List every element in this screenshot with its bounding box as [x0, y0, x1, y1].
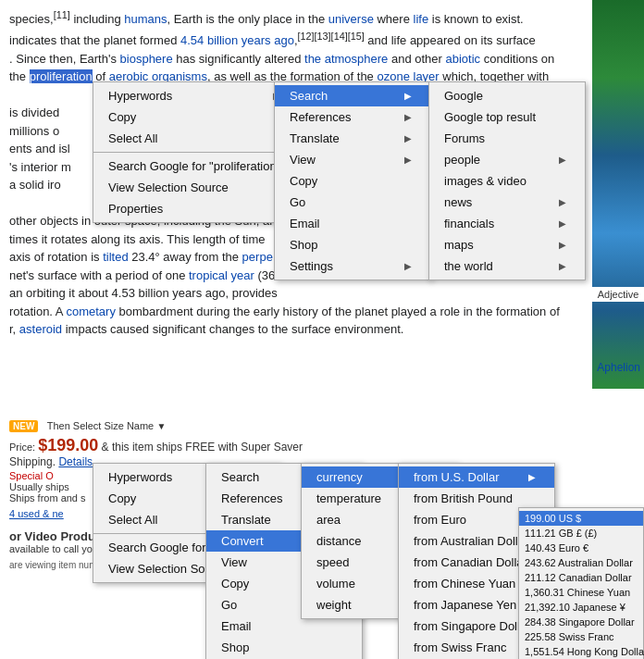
menu2-search[interactable]: Search ▶	[275, 85, 430, 106]
menub4-gbp[interactable]: from British Pound	[399, 488, 554, 509]
arrow-icon: ▶	[559, 218, 566, 229]
currency-result-row: 111.21 GB £ (£)	[519, 526, 643, 541]
context-menu-3: Google Google top result Forums people ▶…	[428, 81, 586, 280]
menub2-shop[interactable]: Shop	[206, 637, 362, 658]
currency-result-row: 1,360.31 Chinese Yuan	[519, 585, 643, 600]
arrow-icon: ▶	[404, 261, 412, 271]
menu2-references[interactable]: References ▶	[275, 106, 430, 128]
menu1-view-source[interactable]: View Selection Source	[93, 177, 299, 198]
adjective-label: Adjective	[592, 287, 644, 302]
menu1-select-all[interactable]: Select All	[93, 128, 299, 149]
menu3-images-video[interactable]: images & video	[429, 170, 585, 192]
menu2-go[interactable]: Go	[275, 192, 430, 213]
currency-result-row: 140.43 Euro €	[519, 541, 643, 555]
separator-1	[93, 152, 299, 153]
menu2-copy[interactable]: Copy	[275, 170, 430, 192]
menu2-shop[interactable]: Shop	[275, 234, 430, 255]
aphelion-text: Aphelion	[597, 361, 640, 374]
arrow-icon: ▶	[559, 261, 566, 271]
menu3-google-top[interactable]: Google top result	[429, 106, 585, 128]
arrow-icon: ▶	[528, 472, 536, 482]
menu2-view[interactable]: View ▶	[275, 149, 430, 170]
menu3-news[interactable]: news ▶	[429, 192, 585, 213]
currency-result-row: 225.58 Swiss Franc	[519, 629, 643, 644]
price-display: $199.00	[38, 436, 98, 454]
currency-result-row: 21,392.10 Japanese ¥	[519, 600, 643, 615]
details-link[interactable]: Details	[58, 455, 93, 468]
currency-result-row: 1,551.54 Hong Kong Dollar	[519, 644, 643, 659]
menu3-the-world[interactable]: the world ▶	[429, 255, 585, 277]
arrow-icon: ▶	[559, 240, 566, 250]
arrow-icon: ▶	[559, 155, 566, 165]
context-menu-1: Hyperwords ▶ Copy Select All Search Goog…	[93, 81, 300, 223]
menu2-translate[interactable]: Translate ▶	[275, 128, 430, 149]
arrow-icon: ▶	[404, 155, 412, 165]
menu1-search-google[interactable]: Search Google for "proliferation"	[93, 155, 299, 177]
earth-image	[592, 0, 644, 389]
menub4-usd[interactable]: from U.S. Dollar ▶	[399, 466, 554, 488]
menu2-email[interactable]: Email	[275, 213, 430, 234]
highlighted-word: proliferation	[30, 69, 93, 83]
menu3-financials[interactable]: financials ▶	[429, 213, 585, 234]
size-label: Then Select Size Name	[47, 420, 155, 431]
currency-result-row: 243.62 Australian Dollar	[519, 555, 643, 570]
menu1-hyperwords[interactable]: Hyperwords ▶	[93, 85, 299, 106]
currency-result-row: 211.12 Canadian Dollar	[519, 570, 643, 585]
menu3-google[interactable]: Google	[429, 85, 585, 106]
menu1-properties[interactable]: Properties	[93, 198, 299, 219]
menu3-maps[interactable]: maps ▶	[429, 234, 585, 255]
context-menu-2: Search ▶ References ▶ Translate ▶ View ▶…	[274, 81, 431, 280]
menu3-forums[interactable]: Forums	[429, 128, 585, 149]
arrow-icon: ▶	[404, 91, 412, 101]
used-link[interactable]: 4 used & ne	[9, 508, 64, 519]
menu2-settings[interactable]: Settings ▶	[275, 255, 430, 277]
currency-results-panel: 199.00 US $111.21 GB £ (£)140.43 Euro €2…	[518, 507, 644, 659]
currency-result-row: 284.38 Singapore Dollar	[519, 615, 643, 629]
arrow-icon: ▶	[404, 133, 412, 143]
menu1-copy[interactable]: Copy	[93, 106, 299, 128]
arrow-icon: ▶	[559, 197, 566, 207]
menu3-people[interactable]: people ▶	[429, 149, 585, 170]
currency-result-row: 199.00 US $	[519, 511, 643, 526]
new-badge: NEW	[9, 420, 38, 432]
arrow-icon: ▶	[404, 112, 412, 122]
